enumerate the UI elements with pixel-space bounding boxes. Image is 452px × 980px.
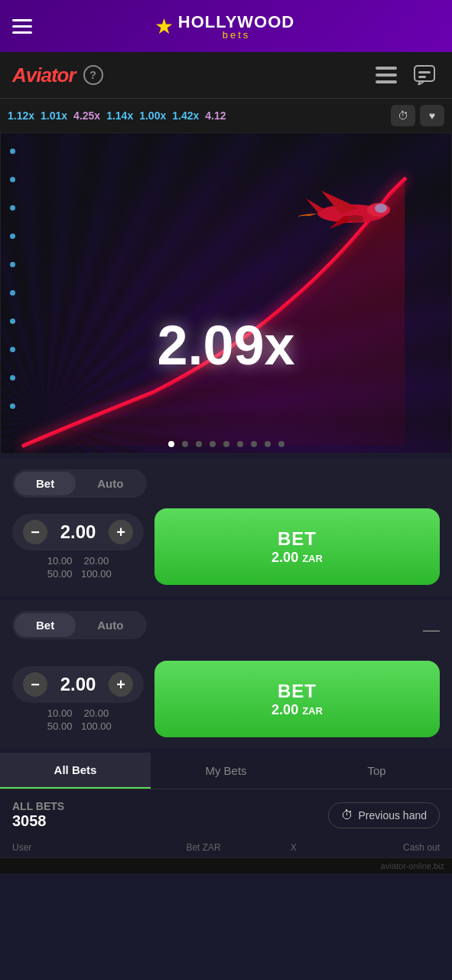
mult-item-6[interactable]: 4.12 — [205, 109, 226, 122]
quick-100-2[interactable]: 100.00 — [81, 720, 112, 732]
quick-50-2[interactable]: 50.00 — [44, 720, 75, 732]
game-title: Aviator — [12, 64, 76, 87]
prev-hand-label: Previous hand — [358, 809, 427, 822]
amount-row-1: − 2.00 + — [12, 514, 144, 550]
aviator-brand: Aviator ? — [12, 64, 103, 87]
bet-tabs-2: Bet Auto — [12, 611, 147, 639]
quick-50-1[interactable]: 50.00 — [44, 568, 75, 580]
bet-amount-1: 2.00 — [272, 550, 298, 565]
tab-all-bets[interactable]: All Bets — [0, 753, 151, 789]
bet-panel-2-header: Bet Auto — — [12, 611, 440, 650]
svg-rect-4 — [418, 71, 431, 74]
prog-dot-2 — [196, 441, 202, 447]
svg-rect-5 — [418, 76, 426, 78]
quick-20-2[interactable]: 20.00 — [81, 707, 112, 719]
prog-dot-6 — [251, 441, 257, 447]
col-header-user: User — [12, 842, 148, 853]
bets-count: 3058 — [12, 812, 64, 830]
history-button[interactable]: ⏱ — [391, 105, 415, 126]
bets-label: ALL BETS — [12, 800, 64, 812]
tab-top[interactable]: Top — [301, 753, 452, 789]
bet-controls-row-2: − 2.00 + 10.00 20.00 50.00 100.00 BET 2.… — [12, 661, 440, 737]
bet-controls-row-1: − 2.00 + 10.00 20.00 50.00 100.00 BET 2.… — [12, 508, 440, 585]
top-nav: ★ HOLLYWOOD bets — [0, 0, 452, 52]
quick-100-1[interactable]: 100.00 — [81, 568, 112, 580]
mult-item-0[interactable]: 1.12x — [8, 109, 34, 122]
logo-sub: bets — [223, 29, 251, 41]
menu-icon — [376, 67, 397, 83]
quick-amounts-1: 10.00 20.00 50.00 100.00 — [44, 555, 112, 580]
prog-dot-7 — [265, 441, 271, 447]
bet-button-1[interactable]: BET 2.00 ZAR — [154, 508, 440, 585]
col-header-x: X — [260, 842, 327, 853]
svg-point-8 — [375, 204, 387, 213]
hamburger-menu[interactable] — [12, 19, 32, 34]
game-header: Aviator ? — [0, 52, 452, 99]
multiplier-display: 2.09x — [157, 314, 294, 377]
svg-rect-0 — [376, 67, 397, 70]
bet-button-2[interactable]: BET 2.00 ZAR — [154, 661, 440, 737]
svg-rect-1 — [376, 74, 397, 77]
chat-button[interactable] — [409, 60, 440, 90]
prev-hand-button[interactable]: ⏱ Previous hand — [328, 802, 440, 828]
amount-value-1: 2.00 — [55, 521, 101, 543]
game-canvas: 2.09x — [0, 132, 452, 454]
amount-row-2: − 2.00 + — [12, 666, 144, 703]
bets-count-area: ALL BETS 3058 — [12, 800, 64, 830]
chat-icon — [414, 65, 435, 85]
table-header-row: User Bet ZAR X Cash out — [0, 838, 452, 858]
quick-10-1[interactable]: 10.00 — [44, 555, 75, 567]
bet-tab-auto-2[interactable]: Auto — [76, 613, 145, 637]
mult-item-5[interactable]: 1.42x — [172, 109, 199, 122]
mult-item-1[interactable]: 1.01x — [41, 109, 67, 122]
tab-my-bets[interactable]: My Bets — [151, 753, 301, 789]
prog-dot-8 — [278, 441, 285, 447]
bet-tab-auto-1[interactable]: Auto — [76, 472, 145, 495]
quick-20-1[interactable]: 20.00 — [81, 555, 112, 567]
favorite-button[interactable]: ♥ — [420, 105, 444, 126]
bets-info-row: ALL BETS 3058 ⏱ Previous hand — [0, 789, 452, 838]
logo-text: HOLLYWOOD bets — [178, 12, 294, 41]
bet-panel-2: Bet Auto — − 2.00 + 10.00 20.00 50.00 10… — [0, 600, 452, 748]
quick-10-2[interactable]: 10.00 — [44, 707, 75, 719]
bet-btn-top-1: BET — [278, 528, 317, 550]
watermark: aviator-online.biz — [0, 858, 452, 874]
all-bets-section: All Bets My Bets Top ALL BETS 3058 ⏱ Pre… — [0, 753, 452, 858]
amount-control-1: − 2.00 + 10.00 20.00 50.00 100.00 — [12, 514, 144, 580]
prog-dot-0 — [168, 441, 174, 447]
prev-hand-icon: ⏱ — [341, 808, 353, 822]
mult-item-2[interactable]: 4.25x — [73, 109, 100, 122]
logo-area: ★ HOLLYWOOD bets — [154, 12, 294, 41]
bets-tabs-row: All Bets My Bets Top — [0, 753, 452, 789]
mult-item-3[interactable]: 1.14x — [106, 109, 133, 122]
prog-dot-3 — [210, 441, 216, 447]
bet-btn-top-2: BET — [278, 681, 317, 702]
prog-dot-5 — [237, 441, 243, 447]
quick-amounts-2: 10.00 20.00 50.00 100.00 — [44, 707, 112, 732]
bet-panel-1: Bet Auto − 2.00 + 10.00 20.00 50.00 100.… — [0, 459, 452, 596]
bet-btn-bottom-1: 2.00 ZAR — [272, 550, 323, 566]
svg-point-9 — [348, 215, 363, 223]
mult-item-4[interactable]: 1.00x — [139, 109, 166, 122]
bet-currency-1: ZAR — [302, 553, 323, 564]
prog-dot-1 — [182, 441, 188, 447]
increase-btn-2[interactable]: + — [109, 672, 133, 697]
bet-tab-bet-1[interactable]: Bet — [15, 472, 76, 495]
watermark-text: aviator-online.biz — [381, 861, 444, 871]
decrease-btn-2[interactable]: − — [23, 672, 47, 697]
plane-area — [298, 179, 405, 243]
bet-btn-bottom-2: 2.00 ZAR — [272, 702, 323, 718]
amount-control-2: − 2.00 + 10.00 20.00 50.00 100.00 — [12, 666, 144, 732]
bet-amount-2: 2.00 — [272, 702, 298, 717]
bet-tabs-1: Bet Auto — [12, 469, 147, 498]
collapse-panel-2[interactable]: — — [423, 622, 440, 640]
help-button[interactable]: ? — [83, 65, 103, 85]
menu-button[interactable] — [371, 60, 402, 90]
increase-btn-1[interactable]: + — [109, 520, 133, 544]
decrease-btn-1[interactable]: − — [23, 520, 47, 544]
col-header-cash: Cash out — [327, 842, 440, 853]
progress-dots — [168, 441, 285, 447]
bet-tab-bet-2[interactable]: Bet — [15, 613, 76, 637]
amount-value-2: 2.00 — [55, 674, 101, 695]
multiplier-bar: 1.12x 1.01x 4.25x 1.14x 1.00x 1.42x 4.12… — [0, 99, 452, 132]
